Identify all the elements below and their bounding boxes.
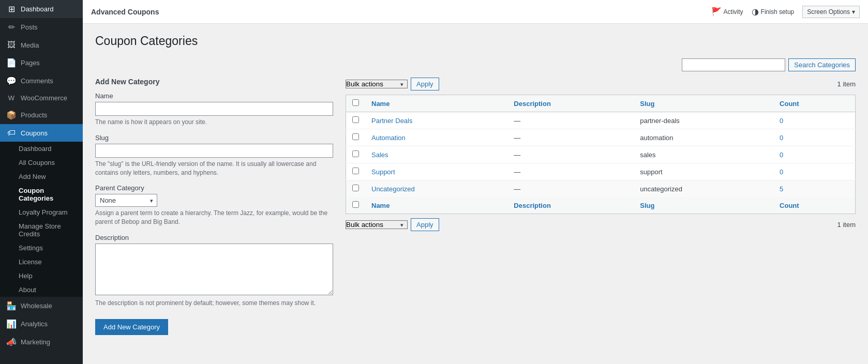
row-name-link-1[interactable]: Automation xyxy=(371,134,406,142)
sub-all-coupons[interactable]: All Coupons xyxy=(0,156,83,170)
sidebar-item-label: Pages xyxy=(21,59,40,67)
row-name-link-2[interactable]: Sales xyxy=(371,151,388,159)
row-count-link-3[interactable]: 0 xyxy=(780,168,783,176)
parent-category-select[interactable]: None xyxy=(95,194,157,207)
slug-label: Slug xyxy=(95,134,333,142)
th-slug[interactable]: Slug xyxy=(634,95,773,112)
row-desc-cell-4: — xyxy=(507,180,634,198)
bulk-actions-select-top[interactable]: Bulk actions xyxy=(346,80,408,88)
dashboard-icon: ⊞ xyxy=(6,4,17,14)
sub-dashboard[interactable]: Dashboard xyxy=(0,142,83,156)
row-slug-cell-2: sales xyxy=(634,146,773,163)
sidebar-item-analytics[interactable]: 📊 Analytics xyxy=(0,315,83,333)
tf-slug[interactable]: Slug xyxy=(634,197,773,214)
sidebar-item-wholesale[interactable]: 🏪 Wholesale xyxy=(0,297,83,315)
sidebar-item-media[interactable]: 🖼 Media xyxy=(0,36,83,54)
activity-button[interactable]: 🚩 Activity xyxy=(711,7,743,17)
sidebar-item-label: Marketing xyxy=(21,338,50,346)
woocommerce-icon: W xyxy=(6,94,17,102)
sidebar-item-products[interactable]: 📦 Products xyxy=(0,106,83,124)
media-icon: 🖼 xyxy=(6,40,17,50)
row-count-link-4[interactable]: 5 xyxy=(780,185,783,193)
tf-name[interactable]: Name xyxy=(365,197,507,214)
screen-options-button[interactable]: Screen Options ▾ xyxy=(802,6,860,18)
add-new-category-button[interactable]: Add New Category xyxy=(95,319,168,335)
bulk-actions-select-bottom[interactable]: Bulk actions xyxy=(346,220,408,229)
apply-bottom-button[interactable]: Apply xyxy=(411,218,439,231)
screen-options-chevron-icon: ▾ xyxy=(852,8,855,16)
row-name-link-0[interactable]: Partner Deals xyxy=(371,117,412,125)
posts-icon: ✏ xyxy=(6,22,17,32)
th-name[interactable]: Name xyxy=(365,95,507,112)
row-slug-cell-4: uncategorized xyxy=(634,180,773,198)
activity-label: Activity xyxy=(724,8,743,16)
row-name-link-4[interactable]: Uncategorized xyxy=(371,185,415,193)
slug-field-group: Slug The "slug" is the URL-friendly vers… xyxy=(95,134,333,177)
search-categories-button[interactable]: Search Categories xyxy=(788,58,856,71)
topbar-title: Advanced Coupons xyxy=(91,8,159,16)
name-input[interactable] xyxy=(95,102,333,116)
row-slug-cell-3: support xyxy=(634,163,773,180)
analytics-icon: 📊 xyxy=(6,319,17,329)
select-all-checkbox-top[interactable] xyxy=(352,99,359,106)
apply-top-button[interactable]: Apply xyxy=(411,78,439,90)
row-desc-cell-2: — xyxy=(507,146,634,163)
row-checkbox-4[interactable] xyxy=(352,185,359,191)
page-title: Coupon Categories xyxy=(95,34,856,48)
table-row: Support — support 0 xyxy=(346,163,856,180)
row-desc-cell-0: — xyxy=(507,112,634,129)
products-icon: 📦 xyxy=(6,110,17,120)
row-checkbox-0[interactable] xyxy=(352,116,359,123)
row-count-link-0[interactable]: 0 xyxy=(780,117,783,125)
row-check-cell xyxy=(346,163,366,180)
row-count-link-1[interactable]: 0 xyxy=(780,134,783,142)
sub-manage-store-credits[interactable]: Manage Store Credits xyxy=(0,219,83,241)
sidebar-item-woocommerce[interactable]: W WooCommerce xyxy=(0,90,83,106)
search-categories-input[interactable] xyxy=(682,58,785,71)
description-textarea[interactable] xyxy=(95,244,333,295)
sidebar-item-label: Coupons xyxy=(21,129,48,137)
finish-setup-icon: ◑ xyxy=(752,7,759,17)
sub-settings[interactable]: Settings xyxy=(0,241,83,255)
sub-loyalty-program[interactable]: Loyalty Program xyxy=(0,205,83,219)
sidebar-item-coupons[interactable]: 🏷 Coupons xyxy=(0,124,83,142)
sidebar-item-label: Posts xyxy=(21,23,38,31)
sub-license[interactable]: License xyxy=(0,255,83,269)
bulk-bar-top: Bulk actions Apply 1 item xyxy=(346,78,856,90)
sub-coupon-categories[interactable]: Coupon Categories xyxy=(0,184,83,205)
table-row: Automation — automation 0 xyxy=(346,129,856,146)
tf-count[interactable]: Count xyxy=(773,197,855,214)
tf-description[interactable]: Description xyxy=(507,197,634,214)
sidebar-item-posts[interactable]: ✏ Posts xyxy=(0,18,83,36)
row-checkbox-1[interactable] xyxy=(352,133,359,140)
coupons-submenu: Dashboard All Coupons Add New Coupon Cat… xyxy=(0,142,83,297)
row-count-link-2[interactable]: 0 xyxy=(780,151,783,159)
sidebar-item-label: Comments xyxy=(21,77,53,85)
select-all-checkbox-bottom[interactable] xyxy=(352,201,359,208)
comments-icon: 💬 xyxy=(6,76,17,86)
sub-about[interactable]: About xyxy=(0,283,83,297)
sidebar-item-label: Analytics xyxy=(21,320,48,328)
description-label: Description xyxy=(95,234,333,241)
name-field-group: Name The name is how it appears on your … xyxy=(95,92,333,127)
sub-help[interactable]: Help xyxy=(0,269,83,283)
slug-input[interactable] xyxy=(95,144,333,158)
name-hint: The name is how it appears on your site. xyxy=(95,118,333,127)
th-description[interactable]: Description xyxy=(507,95,634,112)
table-header-row: Name Description Slug Count xyxy=(346,95,856,112)
bulk-bar-bottom: Bulk actions Apply 1 item xyxy=(346,218,856,231)
row-checkbox-2[interactable] xyxy=(352,150,359,157)
sub-add-new[interactable]: Add New xyxy=(0,170,83,184)
row-checkbox-3[interactable] xyxy=(352,168,359,174)
sidebar-item-dashboard[interactable]: ⊞ Dashboard xyxy=(0,0,83,18)
row-name-link-3[interactable]: Support xyxy=(371,168,395,176)
finish-setup-button[interactable]: ◑ Finish setup xyxy=(752,7,795,17)
sidebar-item-marketing[interactable]: 📣 Marketing xyxy=(0,333,83,351)
table-row: Partner Deals — partner-deals 0 xyxy=(346,112,856,129)
sidebar-item-pages[interactable]: 📄 Pages xyxy=(0,54,83,72)
th-count[interactable]: Count xyxy=(773,95,855,112)
categories-table: Name Description Slug Count Partner Deal… xyxy=(346,95,856,214)
sidebar-item-comments[interactable]: 💬 Comments xyxy=(0,72,83,90)
add-category-form-panel: Add New Category Name The name is how it… xyxy=(95,78,333,335)
table-footer-row: Name Description Slug Count xyxy=(346,197,856,214)
